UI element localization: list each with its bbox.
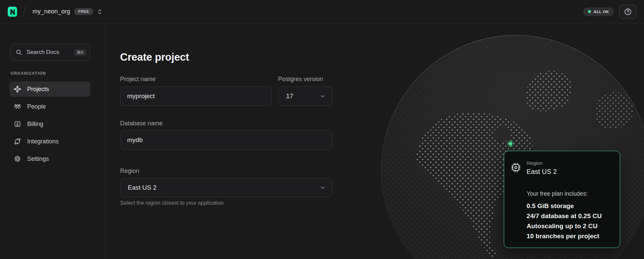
neon-logo-icon [7,6,17,17]
region-help-text: Select the region closest to your applic… [120,200,225,206]
sidebar-item-label: People [27,103,46,110]
chip-icon [510,161,522,174]
plan-feature: 10 branches per project [527,231,602,241]
region-value: East US 2 [128,184,157,191]
sidebar: ⌘K ORGANIZATION Projects [0,23,105,259]
sidebar-item-people[interactable]: People [9,99,90,114]
sidebar-item-label: Projects [27,86,49,93]
org-section-label: ORGANIZATION [10,71,46,76]
project-name-label: Project name [120,76,156,83]
card-region-value: East US 2 [527,168,557,176]
sidebar-item-integrations[interactable]: Integrations [9,134,90,149]
page-title: Create project [120,51,189,63]
plan-feature: Autoscaling up to 2 CU [527,221,602,231]
sidebar-item-label: Billing [27,121,43,128]
question-icon [624,8,632,16]
database-name-label: Database name [120,120,163,127]
neon-logo[interactable] [7,6,17,17]
region-marker-dot [507,140,514,147]
plan-intro: Your free plan includes: [527,190,588,197]
project-name-input[interactable] [120,86,272,106]
status-dot [588,10,591,13]
card-region-label: Region [527,160,543,166]
plan-feature: 24/7 database at 0.25 CU [527,211,602,221]
topbar: my_neon_org FREE ALL OK [0,0,644,23]
org-switcher[interactable]: my_neon_org FREE [33,8,102,15]
sidebar-item-billing[interactable]: $ Billing [9,116,90,132]
plan-feature-list: 0.5 GiB storage 24/7 database at 0.25 CU… [527,201,602,241]
sidebar-item-label: Integrations [27,138,59,145]
region-select[interactable]: East US 2 [120,178,332,197]
gear-icon [13,155,21,163]
people-icon [13,103,21,111]
status-pill[interactable]: ALL OK [583,7,614,16]
org-name: my_neon_org [33,8,70,15]
status-label: ALL OK [594,10,609,14]
breadcrumb-slash [22,6,26,17]
sidebar-item-settings[interactable]: Settings [9,151,90,167]
docs-search[interactable]: ⌘K [10,44,90,61]
billing-icon: $ [13,120,21,128]
integrations-icon [13,137,21,145]
chevron-down-icon [320,185,326,191]
database-name-input[interactable] [120,130,332,150]
postgres-version-value: 17 [286,92,293,100]
chevron-updown-icon [97,9,102,15]
region-card: Region East US 2 Your free plan includes… [504,151,620,248]
chevron-down-icon [320,93,326,99]
shortcut-badge: ⌘K [74,49,86,56]
search-icon [15,49,22,56]
projects-icon [13,85,21,93]
postgres-version-label: Postgres version [278,76,323,83]
plan-feature: 0.5 GiB storage [527,201,602,211]
sidebar-item-label: Settings [27,155,49,163]
svg-text:$: $ [16,122,18,126]
region-label: Region [120,168,139,175]
postgres-version-select[interactable]: 17 [278,86,332,106]
help-button[interactable] [619,5,637,19]
search-input[interactable] [26,49,70,56]
plan-badge: FREE [74,8,93,15]
sidebar-item-projects[interactable]: Projects [9,81,90,97]
